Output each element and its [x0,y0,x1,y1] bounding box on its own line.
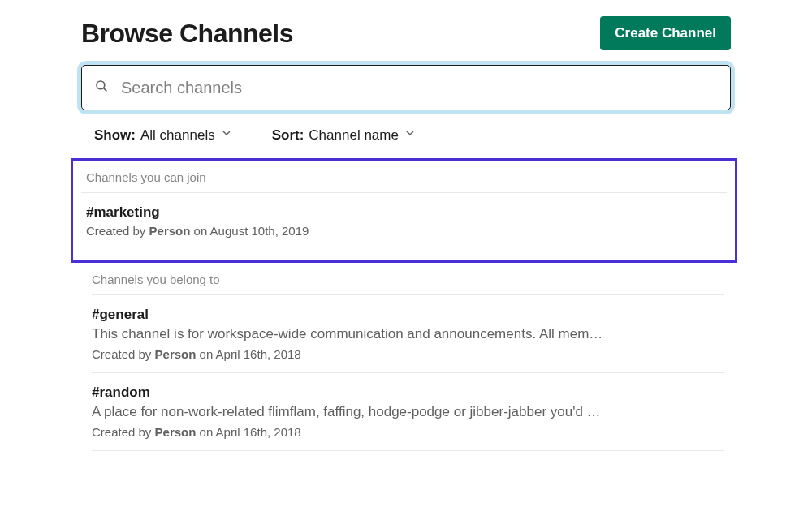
joinable-highlight-box: Channels you can join #marketing Created… [71,158,737,263]
page-title: Browse Channels [81,19,293,49]
channel-meta: Created by Person on April 16th, 2018 [92,425,724,439]
section-label-joinable: Channels you can join [81,161,727,193]
channel-item[interactable]: #marketing Created by Person on August 1… [81,193,727,249]
sort-filter[interactable]: Sort: Channel name [272,127,417,144]
show-filter[interactable]: Show: All channels [94,127,233,144]
svg-line-1 [104,88,107,92]
channel-desc: This channel is for workspace-wide commu… [92,326,724,342]
chevron-down-icon [404,127,417,144]
channel-name: #random [92,385,724,401]
channel-name: #marketing [86,204,727,221]
section-label-belong: Channels you belong to [92,263,724,295]
channel-item[interactable]: #general This channel is for workspace-w… [92,295,724,373]
channel-name: #general [92,307,724,323]
svg-point-0 [97,81,105,89]
search-input[interactable] [81,65,731,110]
search-wrapper [81,65,731,110]
create-channel-button[interactable]: Create Channel [600,16,731,50]
channel-meta: Created by Person on April 16th, 2018 [92,347,724,361]
channel-meta: Created by Person on August 10th, 2019 [86,224,727,238]
channel-item[interactable]: #random A place for non-work-related fli… [92,373,724,451]
chevron-down-icon [220,127,233,144]
channel-desc: A place for non-work-related flimflam, f… [92,404,724,420]
sort-filter-label: Sort: [272,127,304,144]
search-icon [94,79,109,97]
show-filter-label: Show: [94,127,136,144]
sort-filter-value: Channel name [309,127,399,144]
show-filter-value: All channels [140,127,215,144]
